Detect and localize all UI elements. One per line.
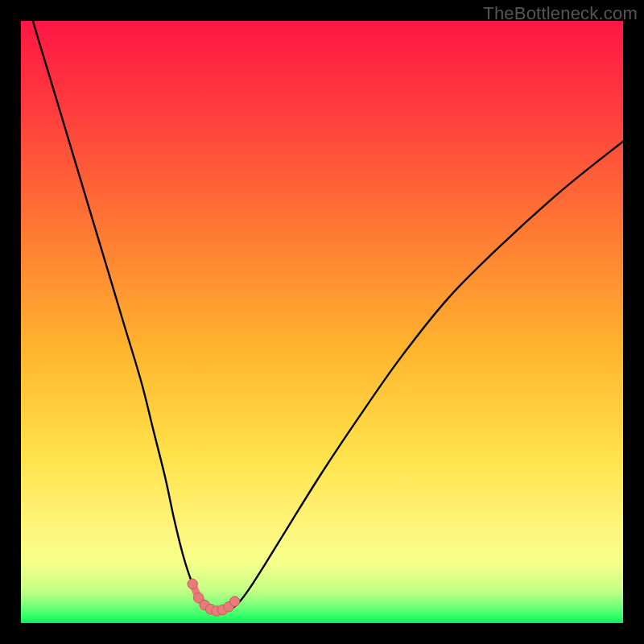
plot-area bbox=[21, 21, 623, 623]
watermark-text: TheBottleneck.com bbox=[483, 3, 638, 24]
plot-svg bbox=[21, 21, 623, 623]
chart-frame: TheBottleneck.com bbox=[0, 0, 644, 644]
marker-dot-7 bbox=[229, 597, 239, 606]
gradient-background bbox=[21, 21, 623, 623]
marker-dot-0 bbox=[188, 579, 197, 588]
